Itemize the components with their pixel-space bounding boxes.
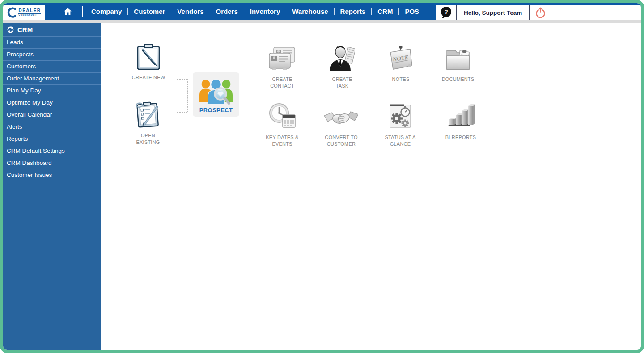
- sidebar-item-overall-calendar[interactable]: Overall Calendar: [3, 109, 101, 121]
- connector-line: [187, 95, 193, 95]
- clipboard-checklist-pencil-icon: [135, 101, 161, 128]
- connector-line: [177, 112, 187, 113]
- create-contact-iconbox: [268, 44, 297, 72]
- sidebar-title: CRM: [3, 23, 101, 37]
- prospect-tile[interactable]: PROSPECT: [193, 72, 239, 117]
- help-button[interactable]: ?: [436, 6, 456, 19]
- bi-reports-tile[interactable]: BI REPORTS: [436, 102, 485, 141]
- connector-line: [187, 79, 188, 112]
- sidebar-item-optimize-my-day[interactable]: Optimize My Day: [3, 97, 101, 109]
- create-task-tile[interactable]: CREATE TASK: [318, 44, 367, 89]
- clock-calendar-icon: [268, 102, 297, 130]
- nav-reports[interactable]: Reports: [335, 8, 372, 15]
- open-existing-tile[interactable]: OPEN EXISTING: [123, 101, 173, 146]
- folder-documents-icon: [445, 46, 471, 72]
- prospect-people-icon: [196, 77, 236, 106]
- nav-divider-main: [82, 6, 83, 17]
- key-dates-events-tile[interactable]: KEY DATES & EVENTS: [258, 102, 307, 147]
- nav-pos[interactable]: POS: [399, 8, 425, 15]
- user-area: ? Hello, Support Team: [436, 5, 641, 20]
- tile-label: STATUS AT A GLANCE: [379, 134, 422, 147]
- sidebar-item-crm-dashboard[interactable]: CRM Dashboard: [3, 157, 101, 169]
- nav-warehouse[interactable]: Warehouse: [286, 8, 334, 15]
- sidebar-item-plan-my-day[interactable]: Plan My Day: [3, 85, 101, 97]
- body: CRM Leads Prospects Customers Order Mana…: [3, 23, 641, 350]
- nav-orders[interactable]: Orders: [210, 8, 244, 15]
- main-menu: Company Customer Vendors Orders Inventor…: [85, 3, 425, 20]
- help-icon: ?: [440, 6, 452, 19]
- logo-text: DEALER COMMANDER: [18, 8, 41, 17]
- bi-reports-iconbox: [446, 102, 475, 130]
- person-task-icon: [329, 44, 355, 72]
- logo-c-icon: [7, 6, 17, 19]
- power-icon: [534, 7, 547, 19]
- notes-iconbox: NOTE: [387, 44, 415, 72]
- home-icon: [64, 8, 72, 15]
- greeting-text: Hello, Support Team: [457, 9, 529, 16]
- notes-tile[interactable]: NOTE NOTES: [376, 44, 425, 83]
- create-new-tile[interactable]: CREATE NEW: [124, 42, 173, 81]
- sidebar-item-order-management[interactable]: Order Management: [3, 73, 101, 85]
- connector-line: [177, 79, 187, 80]
- prospect-label: PROSPECT: [199, 107, 233, 113]
- handshake-icon: [324, 110, 358, 130]
- gears-stopwatch-icon: [387, 102, 414, 130]
- crm-launcher-panel: CREATE NEW: [101, 23, 641, 350]
- header-shadow-strip: [3, 20, 641, 23]
- tile-label: NOTES: [392, 76, 410, 83]
- create-contact-tile[interactable]: CREATE CONTACT: [258, 44, 307, 89]
- sidebar-item-customer-issues[interactable]: Customer Issues: [3, 169, 101, 181]
- sidebar-item-alerts[interactable]: Alerts: [3, 121, 101, 133]
- sidebar-item-crm-default-settings[interactable]: CRM Default Settings: [3, 145, 101, 157]
- tile-label: KEY DATES & EVENTS: [261, 134, 304, 147]
- logo-line2: COMMANDER: [18, 13, 41, 17]
- crm-sidebar: CRM Leads Prospects Customers Order Mana…: [3, 23, 101, 350]
- app-window: DEALER COMMANDER Company Customer Vendor…: [0, 0, 644, 353]
- key-dates-iconbox: [268, 102, 297, 130]
- nav-vendors[interactable]: Vendors: [171, 8, 209, 15]
- sync-icon: [7, 26, 14, 34]
- create-new-iconbox: [136, 42, 161, 70]
- tile-label: OPEN EXISTING: [132, 132, 164, 146]
- documents-iconbox: [445, 44, 471, 72]
- open-existing-iconbox: [135, 101, 161, 128]
- tile-label: BI REPORTS: [445, 134, 476, 141]
- svg-text:?: ?: [444, 8, 448, 15]
- sidebar-item-prospects[interactable]: Prospects: [3, 49, 101, 61]
- logo-line1: DEALER: [18, 8, 41, 13]
- pinned-note-icon: NOTE: [387, 45, 415, 72]
- documents-tile[interactable]: DOCUMENTS: [433, 44, 483, 83]
- tile-label: CREATE CONTACT: [267, 76, 298, 89]
- tile-label: CONVERT TO CUSTOMER: [320, 134, 363, 147]
- sidebar-item-reports[interactable]: Reports: [3, 133, 101, 145]
- home-button[interactable]: [56, 8, 79, 15]
- nav-crm[interactable]: CRM: [372, 8, 398, 15]
- create-task-iconbox: [329, 44, 355, 72]
- sidebar-item-customers[interactable]: Customers: [3, 61, 101, 73]
- status-iconbox: [387, 102, 414, 130]
- sidebar-title-label: CRM: [17, 26, 33, 34]
- nav-company[interactable]: Company: [85, 8, 127, 15]
- tile-label: CREATE NEW: [132, 74, 165, 81]
- nav-inventory[interactable]: Inventory: [244, 8, 286, 15]
- tile-label: CREATE TASK: [326, 76, 358, 89]
- top-navigation-bar: DEALER COMMANDER Company Customer Vendor…: [3, 3, 641, 20]
- dealer-commander-logo[interactable]: DEALER COMMANDER: [3, 5, 45, 20]
- sidebar-item-leads[interactable]: Leads: [3, 37, 101, 49]
- convert-to-customer-tile[interactable]: CONVERT TO CUSTOMER: [317, 102, 366, 147]
- logout-button[interactable]: [530, 7, 551, 19]
- contact-cards-icon: [268, 46, 297, 72]
- tile-label: DOCUMENTS: [442, 76, 475, 83]
- status-at-a-glance-tile[interactable]: STATUS AT A GLANCE: [376, 102, 425, 147]
- nav-customer[interactable]: Customer: [128, 8, 171, 15]
- clipboard-pen-icon: [136, 43, 161, 70]
- bar-chart-3d-icon: [446, 103, 475, 130]
- convert-iconbox: [324, 102, 358, 130]
